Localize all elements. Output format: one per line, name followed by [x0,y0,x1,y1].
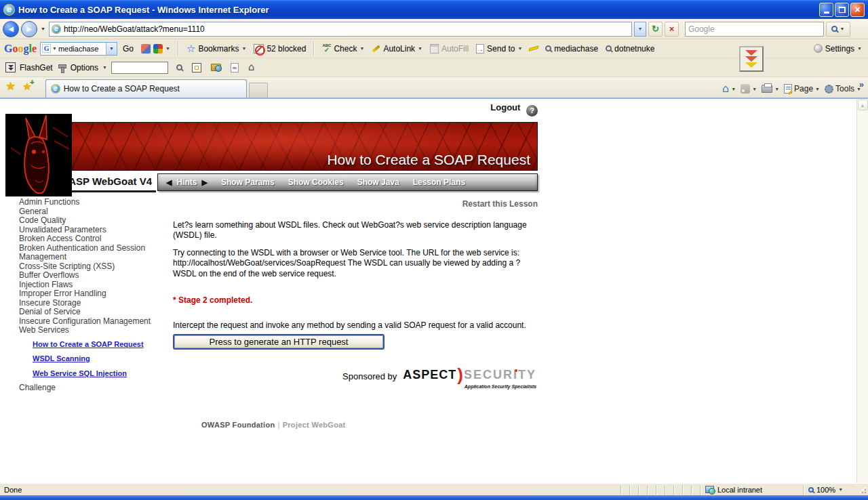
google-go-button[interactable]: Go [121,43,136,55]
sidebar-item-improper-error-handling[interactable]: Improper Error Handling [19,289,157,299]
search-mediachase-button[interactable]: mediachase [543,43,600,55]
sendto-icon [476,44,484,54]
combo-dropdown-button[interactable]: ▼ [106,43,117,55]
stop-icon: × [669,24,675,34]
hints-next-icon[interactable]: ▶ [201,178,207,187]
zoom-level: 100% [816,486,835,494]
sidebar-item-code-quality[interactable]: Code Quality [19,216,157,226]
highlight-button[interactable] [528,45,540,51]
tab-active[interactable]: e How to Create a SOAP Request [45,79,247,98]
sidebar-link-wsdl-scanning[interactable]: WSDL Scanning [33,354,157,364]
generate-request-button[interactable]: Press to generate an HTTP request [173,334,384,350]
sidebar-item-denial-of-service[interactable]: Denial of Service [19,308,157,317]
bookmarks-dropdown-icon: ▼ [241,46,246,51]
live-search-input[interactable] [685,22,824,37]
sidebar-item-admin-functions[interactable]: Admin Functions [19,198,157,207]
favorites-center-icon[interactable]: ★ [5,81,16,92]
sidebar-item-insecure-storage[interactable]: Insecure Storage [19,299,157,308]
flashget-chevron-icon [745,56,757,62]
footer-owasp-link[interactable]: OWASP Foundation [201,421,275,429]
flashget-search-web-icon[interactable] [176,64,182,70]
stop-button[interactable]: × [665,22,679,37]
sponsored-by-label: Sponsored by [342,368,397,382]
new-tab-button[interactable] [249,83,268,98]
sidebar-item-injection-flaws[interactable]: Injection Flaws [19,280,157,290]
logout-link[interactable]: Logout [490,102,520,112]
sponsor-tagline: Application Security Specialists [403,381,536,392]
flashget-drop-icon[interactable] [739,46,764,72]
close-button[interactable]: × [850,3,865,17]
sidebar-item-buffer-overflows[interactable]: Buffer Overflows [19,271,157,280]
sidebar-item-xss[interactable]: Cross-Site Scripting (XSS) [19,262,157,272]
menu-show-cookies[interactable]: Show Cookies [288,178,344,187]
zoom-control[interactable]: 100% ▼ [803,485,857,495]
settings-button[interactable]: Settings▼ [812,43,864,55]
ie-logo-icon: e [3,4,15,16]
menu-lesson-plans[interactable]: Lesson Plans [413,178,465,187]
sidebar-item-web-services[interactable]: Web Services [19,326,157,335]
rss-feed-icon [741,84,750,93]
sendto-button[interactable]: Send to▼ [474,43,524,55]
home-button[interactable]: ⌂▼ [722,83,736,94]
back-button[interactable]: ◀ [3,21,19,37]
options-dropdown-icon[interactable]: ▼ [102,65,107,70]
bookmarks-button[interactable]: ☆ Bookmarks▼ [184,42,248,55]
sidebar-item-insecure-configuration[interactable]: Insecure Configuration Management [19,317,157,327]
download-links-icon[interactable]: ∞ [231,63,239,72]
toolbar-separator [313,42,315,56]
site-explorer-icon[interactable] [211,64,221,71]
flashget-label[interactable]: FlashGet [20,63,53,72]
flashget-home-icon[interactable]: ⌂ [248,62,255,72]
sendto-dropdown-icon: ▼ [517,46,522,51]
minimize-button[interactable] [819,3,833,17]
capture-region-icon[interactable] [192,63,201,72]
spellcheck-dropdown-icon: ▼ [359,46,364,51]
google-search-combo[interactable]: G ▼ mediachase ▼ [40,42,117,56]
restore-button[interactable] [835,3,849,17]
recent-pages-dropdown[interactable]: ▼ [39,26,47,31]
print-button[interactable]: ▼ [762,85,779,93]
options-button[interactable]: Options [71,63,98,72]
add-favorite-icon[interactable]: ★ [22,81,31,91]
menu-show-params[interactable]: Show Params [221,178,275,187]
autofill-button: AutoFill [428,43,471,55]
hints-prev-icon[interactable]: ◀ [166,178,172,187]
footer-project-link[interactable]: Project WebGoat [283,421,346,429]
search-site-button[interactable]: ▼ [139,43,172,55]
sidebar-item-challenge[interactable]: Challenge [19,383,157,393]
sidebar-item-unvalidated-parameters[interactable]: Unvalidated Parameters [19,226,157,235]
restart-lesson-link[interactable]: Restart this Lesson [173,199,538,210]
menu-hints[interactable]: Hints [176,178,197,187]
help-icon[interactable]: ? [526,105,538,117]
sponsor-row: Sponsored by ASPECT ) SECURITY Applicati… [173,368,538,392]
home-icon: ⌂ [722,83,729,94]
spellcheck-button[interactable]: ABC✓ Check▼ [320,42,366,55]
google-g-icon: G [42,44,51,53]
search-dotnetnuke-button[interactable]: dotnetnuke [604,43,656,55]
sidebar-link-soap-request[interactable]: How to Create a SOAP Request [33,340,157,350]
page-footer: OWASP Foundation|Project WebGoat [173,420,538,431]
refresh-button[interactable]: ↻ [648,22,663,37]
forward-button[interactable]: ▶ [21,21,37,37]
flashget-search-input[interactable] [111,62,168,74]
autofill-icon [430,44,439,54]
page-menu-button[interactable]: Page▼ [784,84,820,93]
address-dropdown-button[interactable]: ▼ [634,22,646,37]
scroll-up-button[interactable]: ▲ [858,100,868,110]
tools-menu-button[interactable]: Tools▼ [825,84,861,93]
minimize-icon [824,12,829,14]
popup-blocker-button[interactable]: 52 blocked [252,43,308,55]
autolink-button[interactable]: AutoLink▼ [370,43,425,55]
url-text: http://neo/WebGoat/attack?menu=1110 [64,24,205,34]
address-input[interactable]: e http://neo/WebGoat/attack?menu=1110 [49,22,632,37]
menu-show-java[interactable]: Show Java [357,178,399,187]
vertical-scrollbar[interactable]: ▲ [856,99,868,483]
sidebar-item-general[interactable]: General [19,207,157,217]
lesson-menubar: ◀ Hints ▶ Show Params Show Cookies Show … [157,173,538,191]
toolbar-overflow-chevron[interactable]: » [859,79,864,89]
resize-grip[interactable] [857,484,868,495]
sidebar-item-broken-access-control[interactable]: Broken Access Control [19,234,157,244]
search-go-button[interactable]: ▼ [826,22,850,37]
sidebar-item-broken-authentication[interactable]: Broken Authentication and Session Manage… [19,244,157,262]
sidebar-link-sql-injection[interactable]: Web Service SQL Injection [33,369,157,379]
